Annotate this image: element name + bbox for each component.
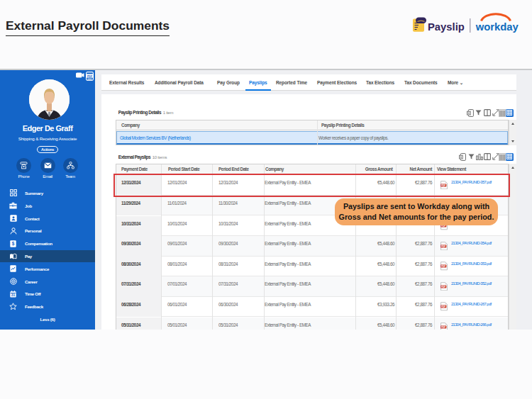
svg-text:workday: workday xyxy=(475,21,519,33)
svg-text:PDF: PDF xyxy=(441,305,445,308)
svg-text:PDF: PDF xyxy=(441,326,445,329)
svg-text:PDF: PDF xyxy=(441,286,445,288)
svg-text:PDF: PDF xyxy=(441,265,445,268)
svg-text:Payslip: Payslip xyxy=(428,21,465,33)
svg-text:PDF: PDF xyxy=(87,74,92,77)
svg-text:31: 31 xyxy=(11,293,16,297)
svg-text:PDF: PDF xyxy=(441,245,445,247)
svg-text:$: $ xyxy=(12,241,15,247)
